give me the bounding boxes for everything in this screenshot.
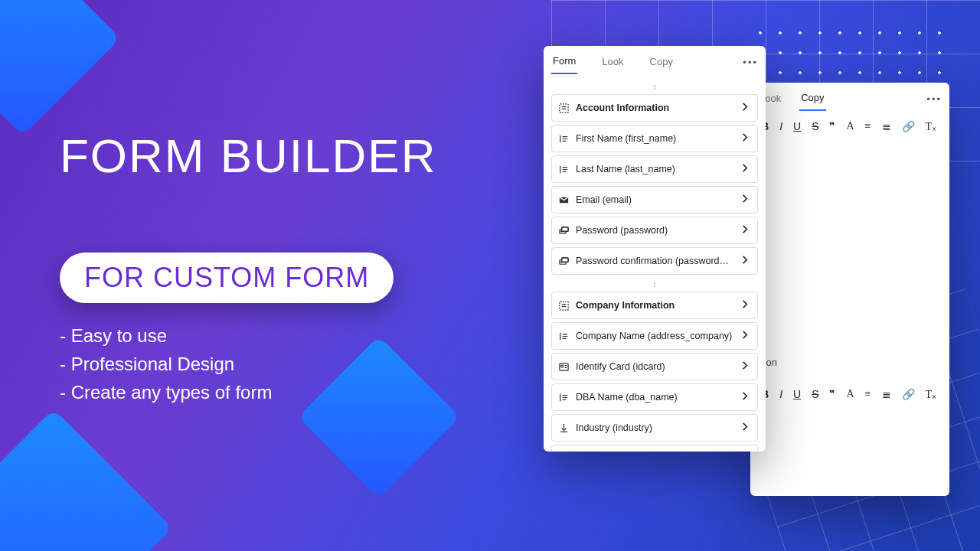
- text-icon: [558, 164, 570, 175]
- field-row[interactable]: Identify Card (idcard): [551, 353, 758, 380]
- svg-rect-16: [562, 257, 568, 262]
- field-label: Industry (industry): [576, 422, 733, 433]
- section-icon: [558, 103, 570, 114]
- link-button[interactable]: 🔗: [902, 120, 915, 133]
- tab-bar: Look Copy •••: [750, 83, 949, 111]
- svg-rect-10: [562, 227, 568, 231]
- field-label: Last Name (last_name): [576, 164, 733, 174]
- section-title: Account Information: [576, 103, 733, 113]
- tab-look[interactable]: Look: [600, 51, 625, 73]
- chevron-right-icon: [740, 329, 751, 343]
- chevron-right-icon: [740, 254, 751, 268]
- decor-arrow: [298, 336, 460, 498]
- svg-rect-0: [560, 103, 568, 112]
- field-row[interactable]: Email (email): [551, 186, 758, 214]
- field-label: Identify Card (idcard): [576, 361, 733, 372]
- feature-bullets: - Easy to use - Professional Design - Cr…: [60, 321, 272, 407]
- bullet-item: - Easy to use: [60, 321, 272, 350]
- tab-copy[interactable]: Copy: [799, 87, 825, 111]
- card-icon: [558, 361, 570, 373]
- text-color-button[interactable]: A: [846, 388, 854, 401]
- editor-panel-copy: Look Copy ••• B I U S ❞ A ≡ ≣ 🔗 Tₓ tion …: [750, 83, 949, 496]
- underline-button[interactable]: U: [793, 388, 801, 401]
- tab-more-button[interactable]: •••: [743, 57, 758, 68]
- text-color-button[interactable]: A: [846, 120, 854, 133]
- dropdown-icon: [558, 422, 570, 434]
- field-label: Password (password): [576, 225, 733, 236]
- mail-icon: [558, 194, 570, 206]
- chevron-right-icon: [740, 223, 751, 237]
- section-title: Company Information: [576, 300, 733, 311]
- field-row[interactable]: Last Name (last_name): [551, 155, 758, 183]
- promo-stage: FORM BUILDER FOR CUSTOM FORM - Easy to u…: [0, 0, 980, 551]
- strike-button[interactable]: S: [812, 120, 818, 133]
- chevron-right-icon: [740, 390, 751, 404]
- text-toolbar-2: B I U S ❞ A ≡ ≣ 🔗 Tₓ: [750, 379, 949, 404]
- field-list: Account InformationFirst Name (first_nam…: [544, 74, 766, 452]
- section-header-row[interactable]: Company Information: [551, 292, 758, 319]
- field-row[interactable]: Password confirmation (password_confirma…: [551, 247, 758, 275]
- editor-body-peek: tion: [750, 346, 949, 379]
- quote-button[interactable]: ❞: [829, 388, 835, 401]
- text-toolbar: B I U S ❞ A ≡ ≣ 🔗 Tₓ: [750, 111, 949, 136]
- chevron-right-icon: [740, 298, 751, 312]
- unordered-list-button[interactable]: ≣: [882, 388, 891, 401]
- svg-point-23: [561, 365, 564, 367]
- field-label: Email (email): [576, 194, 733, 205]
- tab-more-button[interactable]: •••: [926, 93, 942, 105]
- strike-button[interactable]: S: [812, 388, 818, 401]
- italic-button[interactable]: I: [779, 388, 782, 401]
- chevron-right-icon: [740, 101, 751, 115]
- svg-rect-18: [560, 301, 568, 309]
- quote-button[interactable]: ❞: [829, 120, 835, 133]
- field-row[interactable]: Phone (phone): [551, 445, 758, 452]
- decor-arrow: [0, 409, 173, 551]
- chevron-right-icon: [740, 193, 751, 207]
- tab-bar: Form Look Copy •••: [544, 46, 766, 74]
- chevron-right-icon: [740, 132, 751, 145]
- field-row[interactable]: First Name (first_name): [551, 125, 758, 152]
- bullet-item: - Professional Design: [60, 350, 272, 378]
- link-button[interactable]: 🔗: [902, 388, 915, 401]
- field-row[interactable]: Password (password): [551, 217, 758, 244]
- field-row[interactable]: Company Name (address_company): [551, 322, 758, 350]
- clear-format-button[interactable]: Tₓ: [926, 120, 937, 133]
- field-label: Password confirmation (password_confirma…: [576, 256, 733, 266]
- ordered-list-button[interactable]: ≡: [865, 120, 871, 133]
- decor-arrow: [0, 0, 120, 135]
- clear-format-button[interactable]: Tₓ: [926, 388, 937, 401]
- ordered-list-button[interactable]: ≡: [865, 388, 871, 401]
- form-structure-panel: Form Look Copy ••• Account InformationFi…: [544, 46, 766, 452]
- chevron-right-icon: [740, 421, 751, 435]
- section-header-row[interactable]: Account Information: [551, 94, 758, 122]
- field-row[interactable]: Industry (industry): [551, 414, 758, 442]
- tab-copy[interactable]: Copy: [648, 51, 675, 73]
- text-icon: [558, 392, 570, 403]
- subheadline-pill: FOR CUSTOM FORM: [60, 253, 394, 303]
- underline-button[interactable]: U: [793, 120, 801, 133]
- chevron-right-icon: [740, 162, 751, 176]
- field-label: DBA Name (dba_name): [576, 392, 733, 403]
- tab-form[interactable]: Form: [551, 51, 577, 74]
- unordered-list-button[interactable]: ≣: [882, 120, 891, 133]
- italic-button[interactable]: I: [779, 120, 782, 133]
- insert-handle[interactable]: [551, 83, 758, 91]
- insert-handle[interactable]: [551, 281, 758, 289]
- chevron-right-icon: [740, 360, 751, 373]
- text-icon: [558, 133, 570, 145]
- field-label: Company Name (address_company): [576, 331, 733, 341]
- text-icon: [558, 331, 570, 342]
- field-row[interactable]: DBA Name (dba_name): [551, 383, 758, 411]
- password-icon: [558, 256, 570, 267]
- headline: FORM BUILDER: [60, 129, 436, 183]
- field-label: First Name (first_name): [576, 133, 733, 144]
- section-icon: [558, 300, 570, 311]
- bullet-item: - Create any types of form: [60, 378, 272, 406]
- password-icon: [558, 225, 570, 236]
